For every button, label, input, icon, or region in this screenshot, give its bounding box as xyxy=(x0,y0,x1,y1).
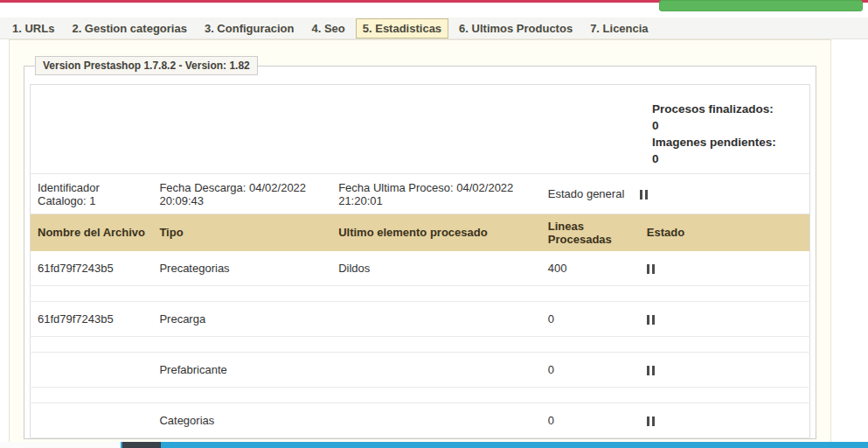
cell-tipo: Precarga xyxy=(152,302,331,337)
estado-general-label: Estado general xyxy=(548,187,624,200)
cell-tipo: Precategorias xyxy=(152,251,331,286)
tab-gestion-categorias[interactable]: 2. Gestion categorias xyxy=(65,18,194,38)
version-fieldset: Version Prestashop 1.7.8.2 - Version: 1.… xyxy=(24,56,816,439)
fecha-ultima-proceso: Fecha Ultima Proceso: 04/02/2022 21:20:0… xyxy=(331,174,541,214)
stats-table: Procesos finalizados: 0 Imagenes pendien… xyxy=(30,84,810,438)
cell-lineas: 0 xyxy=(541,353,640,388)
spacer-row xyxy=(31,286,810,302)
spacer-row xyxy=(31,337,810,353)
imagenes-pendientes-value: 0 xyxy=(652,150,799,167)
pause-icon[interactable] xyxy=(647,366,655,375)
pause-icon[interactable] xyxy=(647,416,655,426)
cell-lineas: 0 xyxy=(541,302,640,337)
col-lineas-procesadas: Lineas Procesadas xyxy=(541,214,640,251)
pause-icon[interactable] xyxy=(640,190,648,200)
table-header-row: Nombre del Archivo Tipo Ultimo elemento … xyxy=(31,214,810,251)
top-green-button[interactable] xyxy=(659,0,863,11)
cell-tipo: Prefabricante xyxy=(152,353,331,388)
table-row: 61fd79f7243b5 Precategorias Dildos 400 xyxy=(31,251,810,286)
tab-bar: 1. URLs 2. Gestion categorias 3. Configu… xyxy=(0,18,868,39)
cell-lineas: 0 xyxy=(541,403,640,438)
pause-icon[interactable] xyxy=(647,315,655,325)
cell-archivo: 61fd79f7243b5 xyxy=(31,302,153,337)
cell-ultimo xyxy=(331,302,541,337)
tab-estadisticas[interactable]: 5. Estadisticas xyxy=(356,18,448,38)
cell-archivo: 61fd79f7243b5 xyxy=(31,251,153,286)
col-estado: Estado xyxy=(640,214,810,251)
cell-lineas: 400 xyxy=(541,251,640,286)
spacer-row xyxy=(31,388,810,403)
cell-archivo xyxy=(31,353,153,388)
totals-row: Procesos finalizados: 0 Imagenes pendien… xyxy=(31,85,810,174)
tab-licencia[interactable]: 7. Licencia xyxy=(583,18,655,38)
fecha-descarga: Fecha Descarga: 04/02/2022 20:09:43 xyxy=(152,174,331,214)
tab-seo[interactable]: 4. Seo xyxy=(304,18,351,38)
catalog-info-row: Identificador Catalogo: 1 Fecha Descarga… xyxy=(31,174,810,214)
col-nombre-archivo: Nombre del Archivo xyxy=(31,214,153,251)
bottom-window-edge xyxy=(0,442,868,448)
totals-block: Procesos finalizados: 0 Imagenes pendien… xyxy=(652,101,799,167)
cell-tipo: Categorias xyxy=(152,403,331,438)
cell-ultimo: Dildos xyxy=(331,251,541,286)
cell-ultimo xyxy=(331,353,541,388)
procesos-finalizados-value: 0 xyxy=(652,117,799,134)
content-panel: Version Prestashop 1.7.8.2 - Version: 1.… xyxy=(9,39,831,448)
pause-icon[interactable] xyxy=(647,264,655,274)
imagenes-pendientes-label: Imagenes pendientes: xyxy=(652,134,799,150)
col-tipo: Tipo xyxy=(152,214,331,251)
bottom-dark-segment xyxy=(122,442,161,448)
col-ultimo-elemento: Ultimo elemento procesado xyxy=(331,214,541,251)
tab-urls[interactable]: 1. URLs xyxy=(5,18,61,38)
cell-archivo xyxy=(31,403,153,438)
table-row: 61fd79f7243b5 Precarga 0 xyxy=(31,302,810,337)
table-row: Categorias 0 xyxy=(31,403,810,438)
table-row: Prefabricante 0 xyxy=(31,353,810,388)
procesos-finalizados-label: Procesos finalizados: xyxy=(652,101,799,117)
bottom-white-segment xyxy=(0,442,121,448)
tab-configuracion[interactable]: 3. Configuracion xyxy=(198,18,302,38)
tab-ultimos-productos[interactable]: 6. Ultimos Productos xyxy=(452,18,580,38)
identificador-catalogo: Identificador Catalogo: 1 xyxy=(31,174,153,214)
version-legend: Version Prestashop 1.7.8.2 - Version: 1.… xyxy=(35,56,258,75)
cell-ultimo xyxy=(331,403,541,438)
